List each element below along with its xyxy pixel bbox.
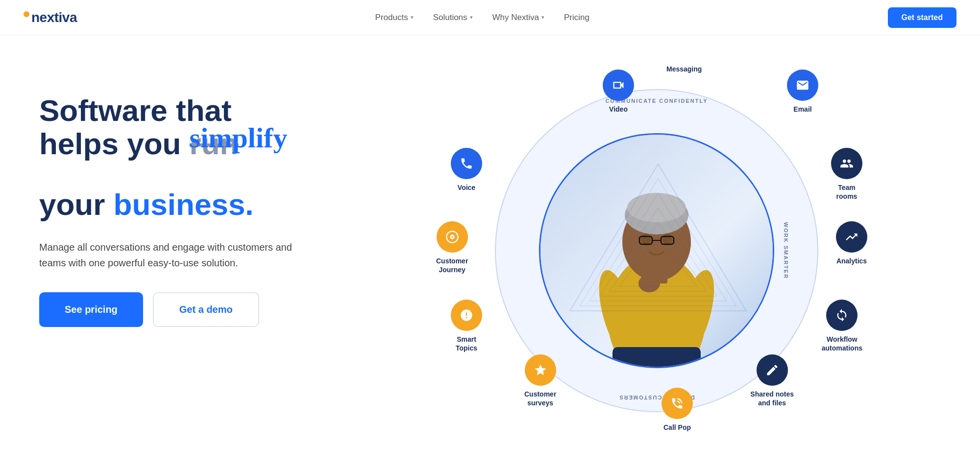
workflow-icon	[826, 300, 858, 331]
feature-customer-surveys[interactable]: Customersurveys	[524, 354, 556, 407]
svg-marker-5	[619, 237, 697, 286]
see-pricing-button[interactable]: See pricing	[39, 292, 143, 327]
customer-surveys-label: Customersurveys	[524, 390, 556, 407]
messaging-label: Messaging	[666, 65, 702, 73]
hero-headline: Software that helps you run simplify you…	[39, 94, 372, 222]
team-rooms-label: Teamrooms	[836, 183, 858, 201]
workflow-label: Workflowautomations	[822, 335, 862, 352]
customer-surveys-icon	[525, 354, 556, 386]
nav-solutions[interactable]: Solutions ▾	[433, 13, 473, 23]
feature-video[interactable]: Video	[603, 70, 634, 114]
nav-pricing[interactable]: Pricing	[564, 13, 589, 23]
business-text: business.	[114, 187, 254, 221]
hero-section: Software that helps you run simplify you…	[0, 35, 980, 468]
arc-work: WORK SMARTER	[783, 222, 789, 279]
smart-topics-label: SmartTopics	[456, 335, 477, 352]
feature-customer-journey[interactable]: CustomerJourney	[436, 221, 468, 274]
svg-marker-4	[609, 223, 707, 291]
feature-call-pop[interactable]: Call Pop	[662, 388, 693, 432]
get-started-button[interactable]: Get started	[888, 7, 956, 28]
team-rooms-icon	[831, 148, 862, 179]
feature-email[interactable]: Email	[787, 70, 818, 114]
feature-messaging[interactable]: Messaging	[666, 65, 702, 73]
shared-notes-icon	[757, 354, 788, 386]
logo[interactable]: nextiva	[24, 10, 77, 25]
nav-right: Get started	[888, 7, 956, 28]
circle-diagram: COMMUNICATE CONFIDENTLY WORK SMARTER DEL…	[485, 79, 828, 422]
customer-journey-label: CustomerJourney	[436, 257, 468, 274]
hero-subtext: Manage all conversations and engage with…	[39, 239, 314, 271]
call-pop-icon	[662, 388, 693, 419]
hero-diagram: COMMUNICATE CONFIDENTLY WORK SMARTER DEL…	[372, 55, 941, 446]
voice-icon	[451, 148, 482, 179]
simplify-text: simplify	[190, 122, 288, 154]
logo-text: nextiva	[31, 10, 77, 25]
navigation: nextiva Products ▾ Solutions ▾ Why Nexti…	[0, 0, 980, 35]
chevron-down-icon: ▾	[541, 14, 544, 21]
shared-notes-label: Shared notesand files	[750, 390, 794, 407]
voice-label: Voice	[458, 183, 475, 192]
feature-smart-topics[interactable]: SmartTopics	[451, 300, 482, 352]
hero-image	[540, 135, 773, 367]
svg-marker-3	[599, 208, 717, 296]
hero-buttons: See pricing Get a demo	[39, 292, 372, 327]
svg-point-24	[451, 236, 453, 238]
video-label: Video	[609, 105, 628, 114]
logo-dot	[24, 11, 29, 17]
nav-links: Products ▾ Solutions ▾ Why Nextiva ▾ Pri…	[375, 13, 589, 23]
smart-topics-icon	[451, 300, 482, 331]
helps-you-text: helps you	[39, 127, 190, 161]
feature-team-rooms[interactable]: Teamrooms	[831, 148, 862, 201]
video-icon	[603, 70, 634, 101]
nav-products[interactable]: Products ▾	[375, 13, 414, 23]
simplify-wrap: run simplify	[190, 127, 239, 161]
svg-marker-2	[589, 193, 727, 301]
email-label: Email	[793, 105, 811, 114]
get-demo-button[interactable]: Get a demo	[153, 292, 259, 327]
analytics-icon	[836, 221, 867, 253]
call-pop-label: Call Pop	[663, 423, 691, 432]
feature-voice[interactable]: Voice	[451, 148, 482, 192]
svg-line-6	[658, 164, 746, 311]
svg-line-7	[570, 164, 658, 311]
svg-marker-1	[580, 179, 736, 306]
customer-journey-icon	[437, 221, 468, 253]
chevron-down-icon: ▾	[470, 14, 473, 21]
inner-circle	[539, 133, 774, 368]
hero-left: Software that helps you run simplify you…	[39, 65, 372, 327]
your-text: your	[39, 187, 114, 221]
feature-analytics[interactable]: Analytics	[836, 221, 867, 265]
feature-shared-notes[interactable]: Shared notesand files	[750, 354, 794, 407]
chevron-down-icon: ▾	[411, 14, 414, 21]
analytics-label: Analytics	[836, 257, 867, 265]
email-icon	[787, 70, 818, 101]
feature-workflow[interactable]: Workflowautomations	[822, 300, 862, 352]
nav-why-nextiva[interactable]: Why Nextiva ▾	[492, 13, 544, 23]
